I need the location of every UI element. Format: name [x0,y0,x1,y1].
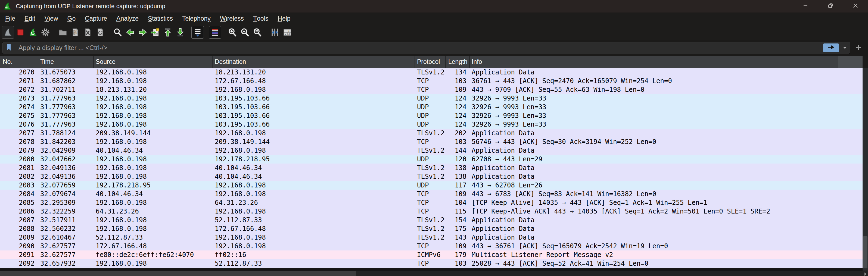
cell-time: 31.702711 [38,85,94,94]
packet-row-2088[interactable]: 208832.560232192.168.0.198172.67.166.48T… [0,225,863,233]
go-back-button[interactable] [124,26,136,39]
restart-capture-button[interactable] [27,26,39,39]
go-forward-icon [138,28,148,37]
cell-protocol: TCP [415,242,446,250]
cell-destination: 40.104.46.34 [213,164,415,172]
packet-row-2079[interactable]: 207932.04290940.104.46.34192.168.0.198TL… [0,146,863,155]
column-header-source[interactable]: Source [94,56,213,68]
packet-row-2084[interactable]: 208432.07967440.104.46.34192.168.0.198TC… [0,189,863,198]
menu-item-analyze[interactable]: Analyze [112,12,143,25]
resize-columns-button[interactable] [269,26,281,39]
menu-item-go[interactable]: Go [63,12,81,25]
stop-capture-button[interactable] [14,26,27,39]
packet-row-2071[interactable]: 207131.687862192.168.0.198172.67.166.48T… [0,77,863,85]
packet-row-2075[interactable]: 207531.777963192.168.0.198103.195.103.66… [0,111,863,120]
find-packet-button[interactable] [112,26,124,39]
display-filter-input[interactable] [15,44,823,51]
go-last-packet-button[interactable] [174,26,186,39]
packet-row-2085[interactable]: 208532.295309192.168.0.19864.31.23.26TCP… [0,198,863,207]
vertical-scrollbar[interactable] [863,68,868,271]
cell-info: 32926 → 9993 Len=33 [470,120,863,129]
zoom-normal-button[interactable] [251,26,264,39]
go-to-packet-button[interactable] [149,26,161,39]
packet-row-2077[interactable]: 207731.788124209.38.149.144192.168.0.198… [0,129,863,137]
menu-item-tools[interactable]: Tools [248,12,273,25]
auto-scroll-button[interactable] [191,26,204,39]
packet-row-2091[interactable]: 209132.627577fe80::de2c:6eff:fe62:4070ff… [0,250,863,259]
packet-row-2082[interactable]: 208232.049136192.168.0.19840.104.46.34TL… [0,172,863,181]
horizontal-scrollbar[interactable] [0,271,868,276]
packet-row-2070[interactable]: 207031.675073192.168.0.19818.213.131.20T… [0,68,863,77]
menu-item-file[interactable]: File [1,12,20,25]
svg-text:1: 1 [288,30,289,32]
cell-protocol: UDP [415,181,446,189]
cell-info: Multicast Listener Report Message v2 [470,250,863,259]
colorize-icon [210,28,220,37]
capture-options-button[interactable] [39,26,52,39]
vertical-scrollbar-thumb[interactable] [863,236,867,268]
svg-text:2: 2 [285,33,286,35]
plus-icon [855,44,862,52]
display-filter-field[interactable] [2,42,850,54]
column-header-length[interactable]: Length [446,56,470,68]
minimize-button[interactable] [793,0,818,12]
packet-row-2083[interactable]: 208332.077659192.178.218.95192.168.0.198… [0,181,863,189]
packet-row-2090[interactable]: 209032.627577172.67.166.48192.168.0.198T… [0,242,863,250]
menu-item-edit[interactable]: Edit [20,12,40,25]
apply-filter-button[interactable] [823,43,839,52]
cell-no: 2082 [0,172,38,181]
go-forward-button[interactable] [136,26,149,39]
cell-no: 2090 [0,242,38,250]
packet-row-2086[interactable]: 208632.32225964.31.23.26192.168.0.198TCP… [0,207,863,216]
menu-item-wireless[interactable]: Wireless [215,12,248,25]
cell-info: 443 → 62708 Len=26 [470,181,863,189]
menu-item-view[interactable]: View [40,12,63,25]
go-first-packet-button[interactable] [161,26,174,39]
close-button[interactable] [843,0,868,12]
packet-row-2076[interactable]: 207631.777963192.168.0.198103.195.103.66… [0,120,863,129]
wireshark-window: Capturing from UDP Listener remote captu… [0,0,868,276]
column-header-info[interactable]: Info [470,56,838,68]
menu-item-capture[interactable]: Capture [80,12,112,25]
cell-protocol: TLSv1.2 [415,68,446,77]
menu-item-statistics[interactable]: Statistics [143,12,178,25]
packet-row-2089[interactable]: 208932.61046752.112.87.33192.168.0.198TL… [0,233,863,242]
column-header-protocol[interactable]: Protocol [415,56,446,68]
zoom-out-button[interactable] [239,26,251,39]
filter-bookmark-button[interactable] [2,42,15,53]
cell-destination: 192.168.0.198 [213,207,415,216]
column-header-no[interactable]: No. [0,56,38,68]
packet-row-2081[interactable]: 208132.049136192.168.0.19840.104.46.34TL… [0,164,863,172]
cell-time: 32.627577 [38,250,94,259]
cell-info: 25028 → 443 [ACK] Seq=52 Ack=41 Win=254 … [470,259,863,268]
cell-no: 2083 [0,181,38,189]
fit-columns-button[interactable]: 123 [281,26,293,39]
packet-row-2073[interactable]: 207331.777963192.168.0.198103.195.103.66… [0,94,863,103]
packet-row-2074[interactable]: 207431.777963192.168.0.198103.195.103.66… [0,103,863,111]
cell-destination: 103.195.103.66 [213,120,415,129]
packet-list-header: No.TimeSourceDestinationProtocolLengthIn… [0,56,863,68]
packet-row-2078[interactable]: 207831.842203192.168.0.198209.38.149.144… [0,137,863,146]
zoom-in-button[interactable] [226,26,239,39]
scroll-right-arrow-icon[interactable] [864,272,867,276]
cell-protocol: TLSv1.2 [415,146,446,155]
cell-protocol: TLSv1.2 [415,129,446,137]
horizontal-scrollbar-thumb[interactable] [0,271,356,276]
cell-time: 32.517911 [38,216,94,225]
menu-item-help[interactable]: Help [273,12,295,25]
menu-item-telephony[interactable]: Telephony [178,12,215,25]
packet-row-2092[interactable]: 209232.657932192.168.0.19852.112.87.33TC… [0,259,863,268]
colorize-button[interactable] [209,26,221,39]
packet-row-2072[interactable]: 207231.70271118.213.131.20192.168.0.198T… [0,85,863,94]
cell-time: 31.687862 [38,77,94,85]
filter-dropdown-button[interactable] [840,42,850,53]
cell-no: 2075 [0,111,38,120]
cell-length: 117 [446,181,470,189]
packet-row-2080[interactable]: 208032.047662192.168.0.198192.178.218.95… [0,155,863,164]
column-header-time[interactable]: Time [38,56,94,68]
packet-row-2087[interactable]: 208732.517911192.168.0.19852.112.87.33TL… [0,216,863,225]
cell-time: 32.295309 [38,198,94,207]
add-filter-button[interactable] [854,44,863,53]
column-header-destination[interactable]: Destination [213,56,415,68]
maximize-button[interactable] [818,0,843,12]
